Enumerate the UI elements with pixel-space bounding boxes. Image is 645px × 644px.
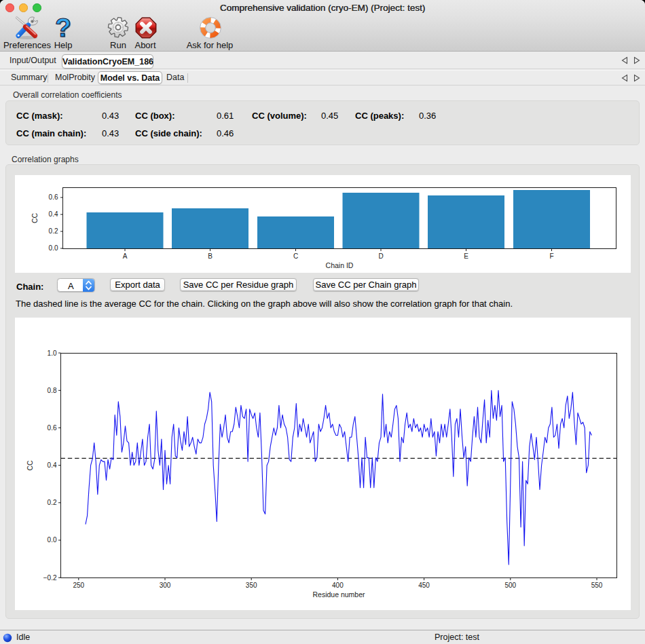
svg-text:350: 350 [246, 582, 257, 589]
svg-text:300: 300 [160, 582, 171, 589]
svg-text:500: 500 [504, 582, 516, 589]
svg-text:0.4: 0.4 [49, 210, 58, 218]
svg-text:0.4: 0.4 [48, 461, 57, 469]
svg-text:A: A [123, 252, 128, 260]
svg-text:0.8: 0.8 [48, 386, 57, 394]
svg-text:E: E [464, 252, 468, 260]
svg-text:550: 550 [591, 582, 603, 589]
svg-text:400: 400 [332, 582, 344, 589]
svg-text:250: 250 [73, 582, 84, 589]
svg-text:0.2: 0.2 [49, 227, 58, 235]
svg-text:0.0: 0.0 [48, 536, 57, 544]
svg-text:CC: CC [31, 212, 39, 223]
svg-text:Residue number: Residue number [312, 590, 365, 599]
svg-text:0.6: 0.6 [48, 423, 57, 431]
svg-text:450: 450 [418, 582, 430, 589]
svg-text:−0.2: −0.2 [43, 573, 57, 581]
svg-text:CC: CC [26, 460, 34, 471]
svg-text:D: D [378, 252, 383, 260]
svg-text:B: B [208, 252, 213, 260]
svg-text:?: ? [55, 16, 71, 41]
svg-text:0.0: 0.0 [49, 244, 58, 252]
svg-text:0.6: 0.6 [49, 193, 58, 201]
svg-text:1.0: 1.0 [48, 349, 57, 356]
svg-text:Chain ID: Chain ID [326, 261, 354, 269]
svg-text:0.2: 0.2 [48, 499, 57, 506]
svg-text:F: F [549, 252, 553, 260]
svg-text:C: C [293, 252, 298, 260]
